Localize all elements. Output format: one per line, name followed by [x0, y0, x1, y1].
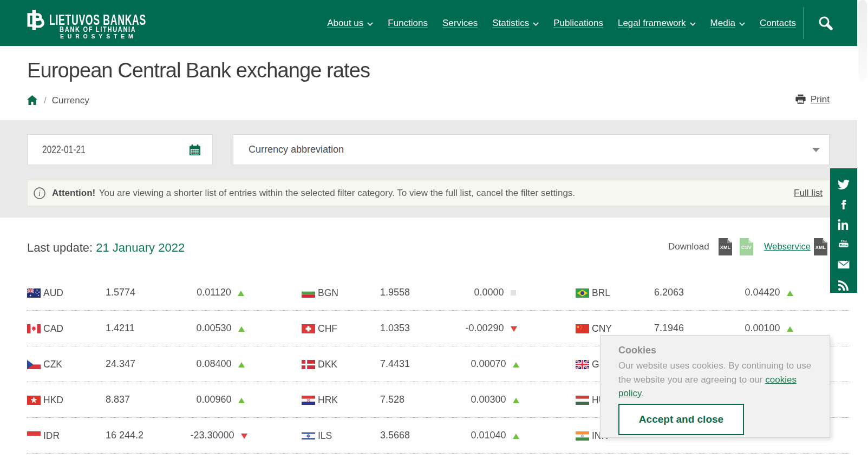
svg-text:You: You — [840, 239, 847, 242]
svg-text:Tube: Tube — [840, 243, 848, 247]
svg-text:i: i — [38, 189, 41, 198]
